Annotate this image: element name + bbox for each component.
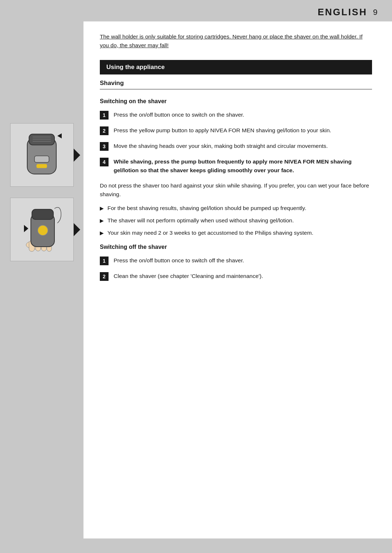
step-text-2: Press the yellow pump button to apply NI… <box>114 126 331 135</box>
sub-section-header: Shaving <box>100 80 372 89</box>
page-container: ENGLISH 9 <box>0 0 392 553</box>
chevron-2 <box>74 223 80 236</box>
step-on-4: 4 While shaving, press the pump button f… <box>100 157 372 175</box>
main-content: The wall holder is only suitable for sto… <box>0 21 392 553</box>
step-text-4: While shaving, press the pump button fre… <box>114 157 372 175</box>
left-column <box>0 21 83 538</box>
svg-rect-3 <box>36 164 47 168</box>
step-text-3: Move the shaving heads over your skin, m… <box>114 142 328 150</box>
step-on-1: 1 Press the on/off button once to switch… <box>100 110 372 120</box>
bullet-text-1: For the best shaving results, shaving ge… <box>107 204 306 213</box>
chevron-1 <box>74 149 80 162</box>
shaver-image-2 <box>10 198 74 261</box>
switching-on-header: Switching on the shaver <box>100 98 372 105</box>
step-off-text-2: Clean the shaver (see chapter 'Cleaning … <box>114 272 263 280</box>
step-num-2: 2 <box>100 126 109 135</box>
bullet-item-2: ▶ The shaver will not perform optimally … <box>100 216 372 225</box>
bullet-item-3: ▶ Your skin may need 2 or 3 weeks to get… <box>100 229 372 237</box>
warning-text: The wall holder is only suitable for sto… <box>100 32 372 50</box>
step-off-1: 1 Press the on/off button once to switch… <box>100 256 372 265</box>
bullet-icon-1: ▶ <box>100 205 104 213</box>
right-column: The wall holder is only suitable for sto… <box>83 21 392 538</box>
step-off-text-1: Press the on/off button once to switch o… <box>114 256 244 265</box>
svg-point-16 <box>38 225 48 235</box>
bullet-item-1: ▶ For the best shaving results, shaving … <box>100 204 372 213</box>
step-num-4: 4 <box>100 158 109 166</box>
bullet-text-3: Your skin may need 2 or 3 weeks to get a… <box>107 229 313 237</box>
page-header: ENGLISH 9 <box>0 0 392 21</box>
step-on-2: 2 Press the yellow pump button to apply … <box>100 126 372 135</box>
shaver-image-1 <box>10 123 74 187</box>
step-off-num-2: 2 <box>100 272 109 281</box>
bullet-icon-2: ▶ <box>100 217 104 225</box>
svg-marker-17 <box>24 225 28 232</box>
bullet-icon-3: ▶ <box>100 229 104 237</box>
step-text-1: Press the on/off button once to switch o… <box>114 110 244 119</box>
svg-rect-2 <box>34 156 49 162</box>
svg-marker-7 <box>57 133 62 138</box>
shaving-note: Do not press the shaver too hard against… <box>100 181 372 199</box>
step-on-3: 3 Move the shaving heads over your skin,… <box>100 142 372 151</box>
step-num-3: 3 <box>100 142 109 151</box>
page-number: 9 <box>373 8 377 17</box>
section-header-bar: Using the appliance <box>100 60 372 74</box>
switching-off-header: Switching off the shaver <box>100 244 372 250</box>
svg-rect-15 <box>32 209 53 219</box>
step-num-1: 1 <box>100 111 109 120</box>
step-off-num-1: 1 <box>100 257 109 265</box>
bullet-list: ▶ For the best shaving results, shaving … <box>100 204 372 237</box>
image-wrapper-1 <box>10 123 74 187</box>
step-off-2: 2 Clean the shaver (see chapter 'Cleanin… <box>100 272 372 281</box>
language-label: ENGLISH <box>318 7 367 18</box>
svg-rect-1 <box>29 134 54 145</box>
bullet-text-2: The shaver will not perform optimally wh… <box>107 216 294 225</box>
image-wrapper-2 <box>10 198 74 261</box>
